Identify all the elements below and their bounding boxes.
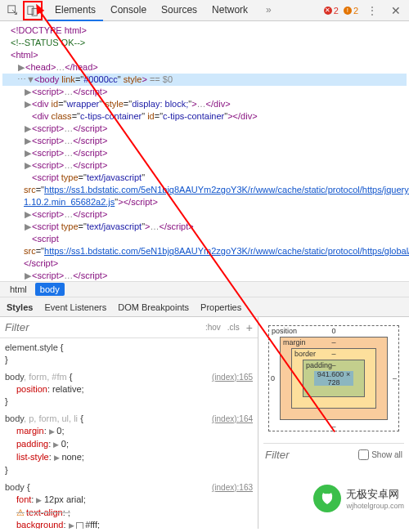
dom-line[interactable]: ▶<script>…</script> [2, 135, 407, 147]
close-icon[interactable]: ✕ [386, 4, 406, 17]
box-content: 941.600 × 728 [314, 371, 353, 386]
dom-line-selected[interactable]: ⋯▼<body link="#0000cc" style> == $0 [2, 74, 407, 86]
source-link[interactable]: (index):163 [212, 481, 253, 494]
crumb-body[interactable]: body [35, 283, 65, 296]
devtools-toolbar: Elements Console Sources Network » ✕2 !2… [0, 0, 409, 21]
styles-filter-row: :hov .cls + [0, 317, 258, 338]
sidebar-tabs: Styles Event Listeners DOM Breakpoints P… [0, 297, 409, 317]
styles-pane: :hov .cls + element.style { } (index):16… [0, 317, 258, 529]
crumb-html[interactable]: html [5, 283, 32, 296]
dom-line[interactable]: ▶<div id="wrapper" style="display: block… [2, 98, 407, 110]
tab-sources[interactable]: Sources [154, 0, 204, 21]
dom-line[interactable]: <!--STATUS OK--> [2, 37, 407, 49]
show-all-checkbox[interactable] [358, 449, 369, 460]
rule[interactable]: (index):165 body, form, #fm { position: … [5, 371, 253, 408]
dom-line[interactable]: <script src="https://ss1.bdstatic.com/5e… [2, 233, 407, 270]
cls-toggle[interactable]: .cls [227, 323, 240, 332]
panel-tabs: Elements Console Sources Network » [47, 0, 279, 21]
error-count-value: 2 [334, 6, 339, 16]
watermark-logo-icon [313, 485, 341, 512]
dom-line[interactable]: ▶<head>…</head> [2, 61, 407, 74]
warning-count-value: 2 [353, 6, 358, 16]
box-label-margin: margin [283, 338, 306, 346]
computed-filter-input[interactable] [265, 449, 352, 461]
computed-filter-row: Show all [263, 443, 404, 466]
dom-line[interactable]: ▶<script type="text/javascript">…</scrip… [2, 221, 407, 233]
tab-console[interactable]: Console [103, 0, 154, 21]
dom-line[interactable]: <!DOCTYPE html> [2, 25, 407, 37]
box-model[interactable]: position 0 margin – border – padding – 9… [268, 325, 399, 431]
dom-line[interactable]: ▶<script>…</script> [2, 208, 407, 221]
inspect-icon[interactable] [3, 1, 23, 20]
tab-network[interactable]: Network [204, 0, 255, 21]
new-rule-icon[interactable]: + [246, 321, 253, 334]
watermark-brand: 无极安卓网 [346, 487, 404, 502]
styles-filter-input[interactable] [5, 321, 199, 333]
dom-tree[interactable]: <!DOCTYPE html> <!--STATUS OK--> <html> … [0, 21, 409, 281]
hov-toggle[interactable]: :hov [205, 323, 221, 332]
box-label-border: border [294, 350, 316, 358]
dom-line[interactable]: <html> [2, 49, 407, 61]
rule[interactable]: (index):164 body, p, form, ul, li { marg… [5, 413, 253, 476]
dom-line[interactable]: ▶<script>…</script> [2, 159, 407, 172]
box-label-padding: padding [306, 361, 332, 369]
settings-icon[interactable]: ⋮ [363, 4, 381, 17]
subtab-properties[interactable]: Properties [200, 299, 241, 315]
dom-line[interactable]: ▶<script>…</script> [2, 270, 407, 281]
tabs-overflow-icon[interactable]: » [258, 0, 279, 21]
watermark: 无极安卓网 wjhotelgroup.com [313, 485, 404, 512]
dom-line[interactable]: ▶<script>…</script> [2, 147, 407, 159]
source-link[interactable]: (index):164 [212, 413, 253, 425]
show-all-toggle[interactable]: Show all [358, 449, 402, 460]
breadcrumb: html body [0, 281, 409, 297]
warning-count[interactable]: !2 [344, 6, 358, 16]
dom-line[interactable]: <script type="text/javascript" src="http… [2, 172, 407, 208]
box-label-position: position [272, 327, 297, 335]
subtab-styles[interactable]: Styles [7, 299, 33, 315]
dom-line[interactable]: ▶<script>…</script> [2, 123, 407, 135]
source-link[interactable]: (index):165 [212, 371, 253, 383]
subtab-dom-breakpoints[interactable]: DOM Breakpoints [118, 299, 189, 315]
subtab-event-listeners[interactable]: Event Listeners [44, 299, 106, 315]
rules-list: element.style { } (index):165 body, form… [0, 338, 258, 529]
watermark-url: wjhotelgroup.com [346, 502, 404, 510]
rule[interactable]: (index):163 body { font: ▶ 12px arial; ⚠… [5, 481, 253, 529]
tab-elements[interactable]: Elements [47, 0, 103, 21]
dom-line[interactable]: <div class="c-tips-container" id="c-tips… [2, 110, 407, 123]
error-count[interactable]: ✕2 [324, 6, 339, 16]
dom-line[interactable]: ▶<script>…</script> [2, 86, 407, 98]
rule[interactable]: element.style { } [5, 342, 253, 366]
